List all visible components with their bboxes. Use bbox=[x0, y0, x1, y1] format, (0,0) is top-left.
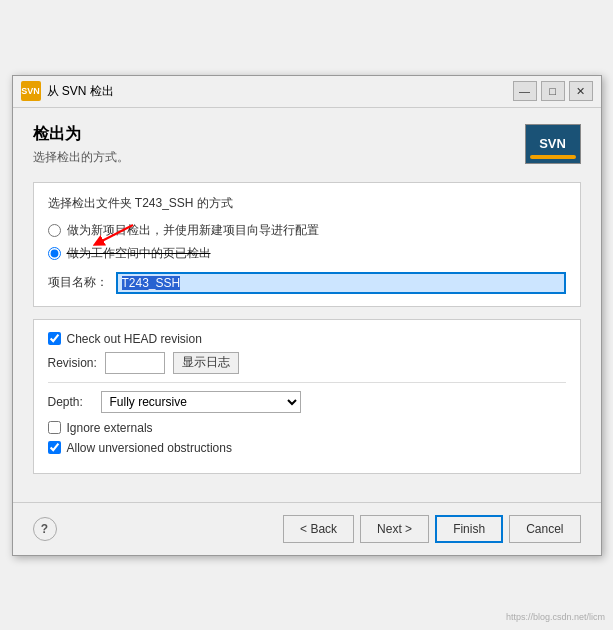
checkout-head-row: Check out HEAD revision bbox=[48, 332, 566, 346]
radio-new-project-input[interactable] bbox=[48, 224, 61, 237]
project-name-input[interactable] bbox=[116, 272, 566, 294]
ignore-externals-label: Ignore externals bbox=[67, 421, 153, 435]
depth-label: Depth: bbox=[48, 395, 93, 409]
revision-row: Revision: 显示日志 bbox=[48, 352, 566, 374]
window-title: 从 SVN 检出 bbox=[47, 83, 513, 100]
section-description: 选择检出文件夹 T243_SSH 的方式 bbox=[48, 195, 566, 212]
finish-button[interactable]: Finish bbox=[435, 515, 503, 543]
page-header: 检出为 选择检出的方式。 SVN bbox=[33, 124, 581, 166]
help-button[interactable]: ? bbox=[33, 517, 57, 541]
header-text: 检出为 选择检出的方式。 bbox=[33, 124, 129, 166]
main-window: SVN 从 SVN 检出 — □ ✕ 检出为 选择检出的方式。 SVN 选择检出… bbox=[12, 75, 602, 556]
page-title: 检出为 bbox=[33, 124, 129, 145]
back-button[interactable]: < Back bbox=[283, 515, 354, 543]
titlebar: SVN 从 SVN 检出 — □ ✕ bbox=[13, 76, 601, 108]
depth-row: Depth: Fully recursive Immediate childre… bbox=[48, 391, 566, 413]
radio-workspace[interactable]: 做为工作空间中的页已检出 bbox=[48, 245, 566, 262]
options-section: Check out HEAD revision Revision: 显示日志 D… bbox=[33, 319, 581, 474]
footer-left: ? bbox=[33, 517, 57, 541]
footer-buttons: < Back Next > Finish Cancel bbox=[283, 515, 580, 543]
minimize-button[interactable]: — bbox=[513, 81, 537, 101]
checkout-mode-section: 选择检出文件夹 T243_SSH 的方式 做为新项目检出，并使用新建项目向导进行… bbox=[33, 182, 581, 307]
allow-unversioned-row: Allow unversioned obstructions bbox=[48, 441, 566, 455]
close-button[interactable]: ✕ bbox=[569, 81, 593, 101]
ignore-externals-row: Ignore externals bbox=[48, 421, 566, 435]
page-subtitle: 选择检出的方式。 bbox=[33, 149, 129, 166]
radio-workspace-label: 做为工作空间中的页已检出 bbox=[67, 245, 211, 262]
next-button[interactable]: Next > bbox=[360, 515, 429, 543]
allow-unversioned-label: Allow unversioned obstructions bbox=[67, 441, 232, 455]
radio-group: 做为新项目检出，并使用新建项目向导进行配置 做为工作空间中的页已检出 bbox=[48, 222, 566, 262]
radio-workspace-input[interactable] bbox=[48, 247, 61, 260]
checkout-head-checkbox[interactable] bbox=[48, 332, 61, 345]
project-name-label: 项目名称： bbox=[48, 274, 108, 291]
dialog-footer: ? < Back Next > Finish Cancel bbox=[13, 502, 601, 555]
depth-select[interactable]: Fully recursive Immediate children Only … bbox=[101, 391, 301, 413]
window-controls: — □ ✕ bbox=[513, 81, 593, 101]
checkout-head-label: Check out HEAD revision bbox=[67, 332, 202, 346]
window-icon: SVN bbox=[21, 81, 41, 101]
ignore-externals-checkbox[interactable] bbox=[48, 421, 61, 434]
cancel-button[interactable]: Cancel bbox=[509, 515, 580, 543]
svn-logo: SVN bbox=[525, 124, 581, 164]
radio-new-project-label: 做为新项目检出，并使用新建项目向导进行配置 bbox=[67, 222, 319, 239]
dialog-content: 检出为 选择检出的方式。 SVN 选择检出文件夹 T243_SSH 的方式 做为… bbox=[13, 108, 601, 502]
allow-unversioned-checkbox[interactable] bbox=[48, 441, 61, 454]
project-name-row: 项目名称： bbox=[48, 272, 566, 294]
watermark: https://blog.csdn.net/licm bbox=[506, 612, 605, 622]
maximize-button[interactable]: □ bbox=[541, 81, 565, 101]
show-log-button[interactable]: 显示日志 bbox=[173, 352, 239, 374]
separator bbox=[48, 382, 566, 383]
revision-label: Revision: bbox=[48, 356, 97, 370]
revision-input[interactable] bbox=[105, 352, 165, 374]
radio-new-project[interactable]: 做为新项目检出，并使用新建项目向导进行配置 bbox=[48, 222, 566, 239]
